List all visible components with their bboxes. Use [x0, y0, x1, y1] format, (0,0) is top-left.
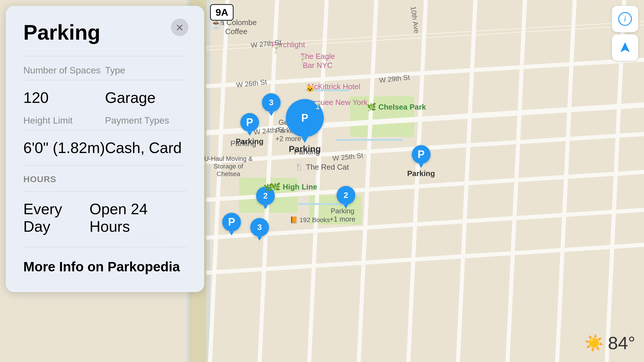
close-button[interactable] [171, 19, 188, 36]
pin-tail-ll [229, 231, 234, 236]
type-value: Garage [105, 89, 187, 115]
pin-bubble-2b: 2 [337, 186, 355, 205]
more-info-brand: Parkopedia [108, 259, 180, 274]
pin-bubble-3b: 3 [250, 218, 269, 237]
bar-icon-2: 🍸 [298, 56, 307, 65]
location-icon [618, 41, 632, 55]
payment-value: Cash, Card [105, 139, 187, 165]
top-divider [23, 56, 187, 56]
hotel-icon: 😺 [306, 85, 314, 93]
place-uhaul: U-Haul Moving &Storage ofChelsea [204, 155, 253, 178]
route-badge-9a: 9A [210, 4, 234, 21]
col2-header: Type [105, 65, 187, 80]
weather-icon: ☀️ [584, 334, 604, 352]
pin-label-parking-main: Parking [289, 144, 321, 154]
pin-tail [269, 112, 274, 116]
pin-tail-2b [344, 205, 348, 209]
svg-marker-28 [620, 42, 630, 52]
bar-icon-1: 🍸 [271, 45, 281, 54]
map-pin-cluster-2b[interactable]: 2 [337, 186, 355, 209]
place-chelsea-park: 🌿 Chelsea Park [367, 103, 426, 112]
map-pin-parking-ll[interactable]: P [222, 213, 241, 236]
col1-header: Number of Spaces [23, 65, 105, 80]
row-divider-2 [23, 130, 187, 130]
pin-bubble: 3 [262, 93, 281, 112]
map-pin-parking-small[interactable]: P Parking [236, 113, 263, 146]
pin-bubble-p-right: P [412, 145, 430, 164]
map-pin-cluster-3b[interactable]: 3 [250, 218, 269, 241]
pin-label-parking: Parking [236, 137, 263, 146]
svg-text:i: i [624, 14, 626, 23]
pin-bubble-p: P [240, 113, 259, 132]
hours-day: Every Day [23, 200, 90, 235]
place-high-line: 🌿 High Line [271, 182, 317, 191]
info-icon: i [618, 12, 632, 26]
pin-tail [247, 132, 252, 136]
place-mckittrick: McKittrick Hotel [308, 82, 360, 91]
weather-temperature: 84° [608, 333, 635, 353]
map-pin-cluster-3a[interactable]: 3 [262, 93, 281, 116]
row-divider-3 [23, 165, 187, 166]
pin-tail-2a [263, 205, 268, 209]
place-192-books: 📙 192 Books [290, 216, 330, 224]
pin-bubble-p-ll: P [222, 213, 241, 231]
info-button[interactable]: i [612, 6, 638, 32]
more-info-link[interactable]: More Info on Parkopedia [23, 259, 187, 275]
panel-title: Parking [23, 20, 187, 44]
place-parking-plus1: Parking+1 more [330, 207, 356, 223]
height-value: 6'0" (1.82m) [23, 139, 105, 165]
place-red-cat: 🍴 The Red Cat [295, 163, 349, 172]
row-divider-4 [23, 191, 187, 191]
pin-tail-right [419, 164, 424, 168]
pin-tail-3b [257, 237, 262, 241]
col3-header: Height Limit [23, 115, 105, 130]
parking-panel: Parking Number of Spaces Type 120 Garage… [6, 6, 204, 292]
top-right-buttons: i [612, 6, 638, 61]
pin-tail-large [301, 137, 308, 143]
info-grid: Number of Spaces Type 120 Garage Height … [23, 65, 187, 275]
row-divider-1 [23, 80, 187, 80]
marquee-icon: 🍸 [314, 101, 322, 110]
location-button[interactable] [612, 34, 638, 61]
hours-section-label: HOURS [23, 174, 187, 191]
hours-time: Open 24 Hours [90, 200, 187, 235]
more-info-prefix: More Info on [23, 259, 104, 274]
spaces-value: 120 [23, 89, 105, 115]
col4-header: Payment Types [105, 115, 187, 130]
hours-row: Every Day Open 24 Hours [23, 200, 187, 247]
highline-icon: 🌿 [264, 183, 273, 192]
weather-widget: ☀️ 84° [584, 333, 635, 353]
row-divider-5 [23, 247, 187, 247]
map-pin-parking-right[interactable]: P Parking [407, 145, 435, 178]
pin-label-parking-right: Parking [407, 169, 435, 178]
